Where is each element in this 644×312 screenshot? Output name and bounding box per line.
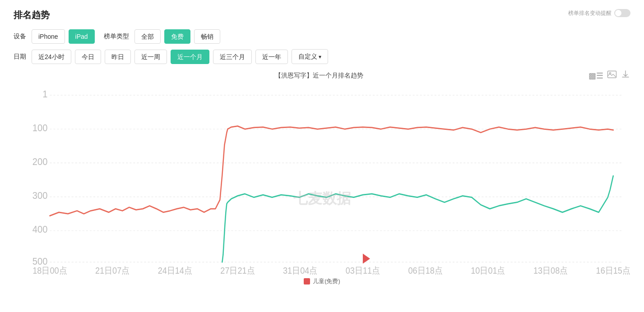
svg-text:03日11点: 03日11点 (346, 266, 380, 275)
svg-text:1: 1 (42, 88, 47, 99)
chart-container: 【洪恩写字】近一个月排名趋势 ▩☰ 七麦数据 (14, 69, 630, 285)
chart-type-icon[interactable]: ▩☰ (588, 71, 603, 81)
svg-text:400: 400 (32, 224, 48, 234)
date-btn-year[interactable]: 近一年 (255, 50, 288, 64)
date-btn-today[interactable]: 今日 (75, 50, 101, 64)
notification-label: 榜单排名变动提醒 (568, 9, 612, 17)
svg-text:16日15点: 16日15点 (596, 266, 630, 275)
device-btn-iphone[interactable]: iPhone (32, 29, 65, 44)
svg-text:21日07点: 21日07点 (95, 266, 130, 275)
legend-label: 儿童(免费) (313, 277, 340, 285)
toggle-switch[interactable] (614, 9, 630, 17)
device-label: 设备 (14, 32, 26, 41)
date-btn-24h[interactable]: 近24小时 (32, 50, 71, 64)
device-filter-row: 设备 iPhone iPad 榜单类型 全部 免费 畅销 (14, 29, 630, 44)
svg-text:300: 300 (32, 190, 48, 201)
date-btn-yesterday[interactable]: 昨日 (105, 50, 131, 64)
list-type-btn-paid[interactable]: 畅销 (194, 29, 220, 44)
svg-text:100: 100 (32, 122, 48, 133)
date-filter-row: 日期 近24小时 今日 昨日 近一周 近一个月 近三个月 近一年 自定义 (14, 49, 630, 64)
chart-area: 七麦数据 .grid-line { stroke: #e8e8e8; strok… (14, 85, 630, 275)
list-type-btn-free[interactable]: 免费 (164, 29, 190, 44)
chart-download-icon[interactable] (621, 69, 630, 82)
svg-text:200: 200 (32, 156, 48, 167)
svg-text:27日21点: 27日21点 (220, 266, 255, 275)
chart-legend: 儿童(免费) (14, 277, 630, 285)
list-type-btn-all[interactable]: 全部 (134, 29, 161, 44)
chart-actions: ▩☰ (588, 69, 630, 82)
svg-text:10日01点: 10日01点 (471, 266, 505, 275)
chart-image-icon[interactable] (607, 69, 617, 82)
svg-text:13日08点: 13日08点 (533, 266, 568, 275)
date-label: 日期 (14, 53, 26, 61)
legend-color-box (304, 278, 310, 284)
notification-toggle[interactable]: 榜单排名变动提醒 (568, 9, 630, 17)
svg-text:500: 500 (32, 256, 48, 266)
device-btn-ipad[interactable]: iPad (69, 29, 95, 44)
date-btn-month[interactable]: 近一个月 (171, 50, 209, 64)
chart-header: 【洪恩写字】近一个月排名趋势 ▩☰ (14, 69, 630, 82)
svg-text:18日00点: 18日00点 (32, 266, 67, 275)
page-title: 排名趋势 (14, 9, 630, 21)
list-type-label: 榜单类型 (104, 32, 129, 41)
chart-title: 【洪恩写字】近一个月排名趋势 (50, 72, 588, 80)
svg-text:31日04点: 31日04点 (283, 266, 317, 275)
svg-text:06日18点: 06日18点 (408, 266, 442, 275)
date-btn-3month[interactable]: 近三个月 (213, 50, 252, 64)
chart-svg: .grid-line { stroke: #e8e8e8; stroke-wid… (14, 85, 630, 275)
date-btn-custom[interactable]: 自定义 (292, 49, 328, 64)
date-btn-week[interactable]: 近一周 (134, 50, 167, 64)
svg-text:24日14点: 24日14点 (158, 266, 192, 275)
